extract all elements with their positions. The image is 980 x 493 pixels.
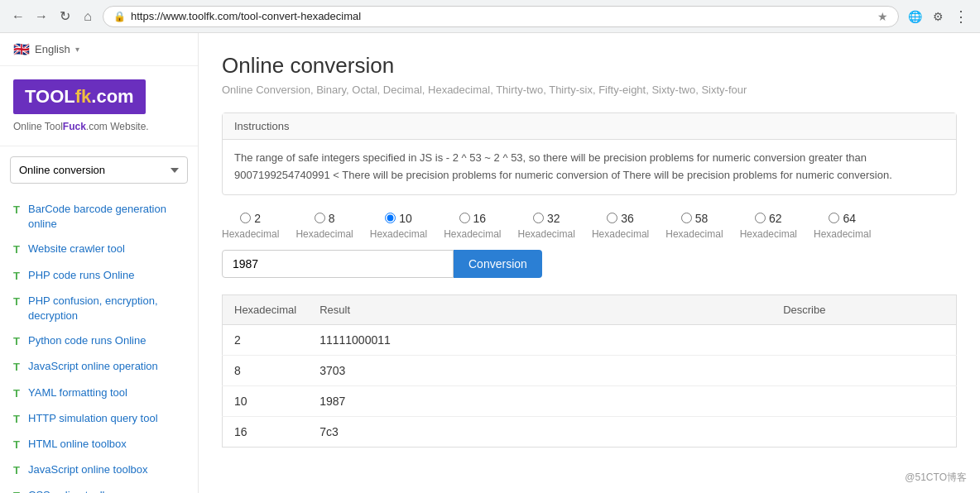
cell-hex-3: 16 [223, 416, 309, 447]
cell-hex-2: 10 [223, 385, 309, 416]
url-text: https://www.toolfk.com/tool-convert-hexa… [131, 10, 872, 22]
t-icon: T [13, 489, 23, 493]
t-icon: T [13, 203, 23, 218]
radio-sub-2: Hexadecimal [222, 228, 279, 240]
sidebar-item-label: YAML formatting tool [28, 385, 127, 400]
radio-label-10: 10 [399, 212, 412, 225]
t-icon: T [13, 242, 23, 257]
home-button[interactable]: ⌂ [79, 8, 96, 25]
watermark: @51CTO博客 [905, 471, 967, 485]
browser-chrome: ← → ↻ ⌂ 🔒 https://www.toolfk.com/tool-co… [0, 0, 980, 33]
radio-label-2: 2 [254, 212, 261, 225]
sidebar-item-8[interactable]: THTML online toolbox [0, 432, 198, 457]
star-icon[interactable]: ★ [877, 10, 888, 23]
radio-sub-64: Hexadecimal [814, 228, 871, 240]
radio-2[interactable] [240, 213, 251, 223]
radio-item-32: 32 Hexadecimal [518, 212, 575, 240]
sidebar-item-6[interactable]: TYAML formatting tool [0, 381, 198, 406]
radio-label-32: 32 [547, 212, 560, 225]
radio-62[interactable] [755, 213, 766, 223]
sidebar-item-10[interactable]: TCSS online toolbox [0, 483, 198, 493]
radio-item-8: 8 Hexadecimal [295, 212, 353, 240]
conversion-input[interactable] [222, 250, 454, 278]
radio-16[interactable] [459, 213, 470, 223]
language-selector[interactable]: 🇬🇧 English ▾ [0, 33, 198, 66]
cell-hex-0: 2 [223, 324, 309, 355]
sidebar-item-2[interactable]: TPHP code runs Online [0, 263, 198, 289]
lock-icon: 🔒 [113, 11, 126, 22]
col-header-result: Result [308, 294, 771, 324]
base-radio-group: 2 Hexadecimal 8 Hexadecimal 10 Hexadecim… [222, 212, 957, 240]
sidebar-item-label: PHP confusion, encryption, decryption [28, 294, 185, 323]
extensions-icon[interactable]: ⚙ [929, 7, 947, 26]
radio-32[interactable] [533, 213, 544, 223]
t-icon: T [13, 386, 23, 401]
results-table: Hexadecimal Result Describe 2 1111100001… [222, 294, 957, 448]
radio-label-64: 64 [843, 212, 856, 225]
sidebar-item-3[interactable]: TPHP confusion, encryption, decryption [0, 289, 198, 328]
sidebar-item-0[interactable]: TBarCode barcode generation online [0, 197, 198, 237]
radio-10[interactable] [385, 213, 396, 223]
radio-item-10: 10 Hexadecimal [370, 212, 427, 240]
logo-com: .com [91, 86, 133, 107]
radio-sub-16: Hexadecimal [444, 228, 501, 240]
logo[interactable]: TOOLfk.com [13, 79, 146, 114]
category-dropdown[interactable]: Online conversion [10, 156, 188, 184]
page-title: Online conversion [222, 53, 957, 79]
t-icon: T [13, 438, 23, 452]
radio-sub-62: Hexadecimal [740, 228, 797, 240]
forward-button[interactable]: → [33, 8, 50, 25]
instructions-header: Instructions [223, 113, 956, 140]
radio-label-62: 62 [769, 212, 782, 225]
address-bar[interactable]: 🔒 https://www.toolfk.com/tool-convert-he… [103, 6, 899, 27]
radio-item-62: 62 Hexadecimal [740, 212, 797, 240]
logo-tagline: Online ToolFuck.com Website. [13, 121, 185, 132]
page-layout: 🇬🇧 English ▾ TOOLfk.com Online ToolFuck.… [0, 33, 980, 493]
t-icon: T [13, 294, 23, 309]
sidebar-item-9[interactable]: TJavaScript online toolbox [0, 457, 198, 483]
radio-sub-32: Hexadecimal [518, 228, 575, 240]
sidebar-item-7[interactable]: THTTP simulation query tool [0, 406, 198, 432]
cell-result-0: 11111000011 [308, 324, 771, 355]
table-row: 16 7c3 [223, 416, 957, 447]
sidebar-item-label: JavaScript online toolbox [28, 462, 148, 477]
radio-sub-58: Hexadecimal [665, 228, 723, 240]
cell-hex-1: 8 [223, 355, 309, 385]
menu-icon[interactable]: ⋮ [952, 7, 970, 26]
sidebar-item-label: Website crawler tool [28, 242, 125, 256]
language-label: English [35, 43, 70, 55]
table-row: 8 3703 [223, 355, 957, 385]
col-header-hexadecimal: Hexadecimal [223, 294, 309, 324]
radio-36[interactable] [607, 213, 617, 223]
browser-toolbar-icons: 🌐 ⚙ ⋮ [906, 7, 970, 26]
sidebar-item-label: PHP code runs Online [28, 268, 134, 283]
radio-label-16: 16 [473, 212, 487, 225]
sidebar-item-label: BarCode barcode generation online [28, 202, 185, 232]
radio-sub-36: Hexadecimal [592, 228, 649, 240]
reload-button[interactable]: ↻ [56, 8, 73, 25]
chevron-down-icon: ▾ [75, 45, 79, 54]
radio-64[interactable] [829, 213, 839, 223]
radio-item-36: 36 Hexadecimal [592, 212, 649, 240]
radio-item-64: 64 Hexadecimal [814, 212, 871, 240]
table-row: 10 1987 [223, 385, 957, 416]
cell-describe-3 [771, 416, 956, 447]
radio-58[interactable] [681, 213, 692, 223]
sidebar-item-5[interactable]: TJavaScript online operation [0, 354, 198, 380]
sidebar-item-label: JavaScript online operation [28, 359, 158, 374]
t-icon: T [13, 463, 23, 478]
translate-icon[interactable]: 🌐 [906, 7, 924, 26]
radio-label-58: 58 [695, 212, 709, 225]
logo-area: TOOLfk.com Online ToolFuck.com Website. [0, 66, 198, 146]
sidebar: 🇬🇧 English ▾ TOOLfk.com Online ToolFuck.… [0, 33, 199, 493]
back-button[interactable]: ← [10, 8, 26, 25]
radio-8[interactable] [315, 213, 325, 223]
sidebar-item-label: HTTP simulation query tool [28, 411, 158, 426]
sidebar-item-1[interactable]: TWebsite crawler tool [0, 237, 198, 262]
sidebar-item-4[interactable]: TPython code runs Online [0, 328, 198, 354]
conversion-button[interactable]: Conversion [454, 250, 542, 278]
t-icon: T [13, 412, 23, 427]
cell-result-3: 7c3 [308, 416, 771, 447]
t-icon: T [13, 269, 23, 284]
cell-result-1: 3703 [308, 355, 771, 385]
